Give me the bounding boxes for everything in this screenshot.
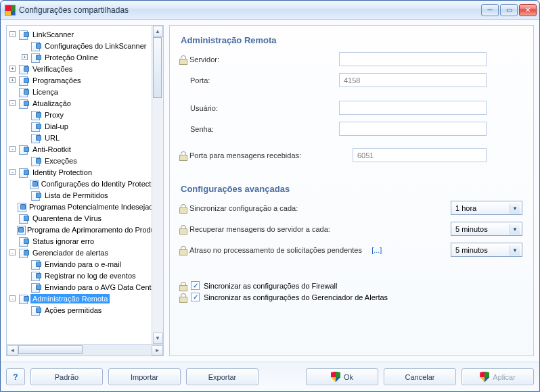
collapse-toggle[interactable]: - <box>9 146 16 152</box>
tree-item[interactable]: -Gerenciador de alertas <box>7 247 163 258</box>
help-button[interactable]: ? <box>6 368 25 385</box>
expand-toggle[interactable]: + <box>9 66 16 72</box>
page-icon <box>30 53 41 62</box>
tree-item[interactable]: Quarentena de Vírus <box>7 212 163 224</box>
tree-item[interactable]: -Identity Protection <box>7 166 163 178</box>
collapse-toggle[interactable]: - <box>9 169 16 175</box>
lock-icon <box>179 246 187 254</box>
tree-item[interactable]: Ações permitidas <box>7 304 163 316</box>
chevron-down-icon: ▼ <box>510 224 520 235</box>
expand-toggle[interactable]: + <box>9 77 16 83</box>
cancel-button[interactable]: Cancelar <box>384 368 456 385</box>
window: Configurações compartilhadas ─ ▭ ✕ -Link… <box>0 0 540 392</box>
tree-item[interactable]: -Administração Remota <box>7 293 163 304</box>
page-icon <box>18 237 29 246</box>
tree-item-label: Status ignorar erro <box>30 237 96 246</box>
tree-item-label: Atualização <box>30 99 73 108</box>
retrieve-combo[interactable]: 5 minutos▼ <box>451 222 522 236</box>
tree-item[interactable]: Status ignorar erro <box>7 235 163 247</box>
titlebar[interactable]: Configurações compartilhadas ─ ▭ ✕ <box>1 1 539 20</box>
collapse-toggle[interactable]: - <box>9 295 16 301</box>
scroll-right-button[interactable]: ► <box>152 345 163 356</box>
tree-item[interactable]: Programas Potencialmente Indesejados <box>7 201 163 212</box>
scroll-down-button[interactable]: ▼ <box>153 333 163 344</box>
tree-item[interactable]: Configurações do Identity Protection <box>7 178 163 189</box>
tree-item[interactable]: +Programações <box>7 74 163 86</box>
tree-item-label: URL <box>43 133 62 143</box>
retrieve-label: Recuperar mensagens do servidor a cada: <box>189 225 330 233</box>
tree-item[interactable]: Configurações do LinkScanner <box>7 40 163 51</box>
page-icon <box>18 64 29 74</box>
tree-item-label: Programa de Aprimoramento do Produto <box>25 225 163 235</box>
page-icon <box>18 145 29 154</box>
tree-item[interactable]: -Anti-Rootkit <box>7 143 163 155</box>
export-button[interactable]: Exportar <box>186 368 258 385</box>
tree-item[interactable]: -Atualização <box>7 97 163 109</box>
scroll-left-button[interactable]: ◄ <box>7 345 18 356</box>
horizontal-scrollbar[interactable]: ◄ ► <box>7 344 163 356</box>
import-button[interactable]: Importar <box>108 368 181 385</box>
chevron-down-icon: ▼ <box>510 245 520 255</box>
page-icon <box>30 156 41 166</box>
tree-item[interactable]: Enviando para o AVG Data Center <box>7 281 163 293</box>
tree-item-label: Enviando para o e-mail <box>43 260 123 269</box>
window-title: Configurações compartilhadas <box>19 5 481 15</box>
vertical-scrollbar[interactable]: ▲ ▼ <box>152 26 163 344</box>
scroll-up-button[interactable]: ▲ <box>153 26 163 37</box>
close-button[interactable]: ✕ <box>519 4 537 16</box>
port-input[interactable] <box>339 73 487 87</box>
firewall-sync-checkbox[interactable]: ✓ <box>191 281 200 290</box>
page-icon <box>30 260 41 269</box>
tree-item[interactable]: -LinkScanner <box>7 28 163 40</box>
msgport-input[interactable] <box>353 148 487 162</box>
delay-more-link[interactable]: [...] <box>372 246 382 254</box>
page-icon <box>18 168 29 177</box>
page-icon <box>30 133 41 143</box>
tree-item-label: Proteção Online <box>43 53 100 62</box>
collapse-toggle[interactable]: - <box>9 31 16 37</box>
settings-tree[interactable]: -LinkScannerConfigurações do LinkScanner… <box>7 26 163 318</box>
tree-item[interactable]: +Proteção Online <box>7 51 163 63</box>
password-input[interactable] <box>339 122 487 136</box>
maximize-button[interactable]: ▭ <box>500 4 518 16</box>
apply-button[interactable]: Aplicar <box>462 368 534 385</box>
expand-toggle[interactable]: + <box>22 54 28 60</box>
alerts-sync-checkbox[interactable]: ✓ <box>191 293 200 301</box>
toggle-blank <box>22 123 28 129</box>
tree-item[interactable]: Proxy <box>7 109 163 120</box>
tree-item[interactable]: Programa de Aprimoramento do Produto <box>7 224 163 235</box>
tree-item-label: LinkScanner <box>30 30 76 39</box>
tree-item[interactable]: Exceções <box>7 155 163 166</box>
sync-combo[interactable]: 1 hora▼ <box>451 201 522 215</box>
tree-item[interactable]: URL <box>7 132 163 143</box>
ok-button[interactable]: Ok <box>306 368 378 385</box>
toggle-blank <box>22 112 28 118</box>
minimize-button[interactable]: ─ <box>481 4 499 16</box>
tree-item[interactable]: Dial-up <box>7 120 163 132</box>
default-button[interactable]: Padrão <box>30 368 103 385</box>
toggle-blank <box>22 272 28 278</box>
scroll-thumb-h[interactable] <box>18 345 83 354</box>
lock-icon <box>179 293 187 301</box>
page-icon <box>30 122 41 131</box>
delay-label: Atraso no processamento de solicitações … <box>189 246 362 254</box>
tree-item-label: Configurações do LinkScanner <box>43 41 148 51</box>
toggle-blank <box>9 203 14 210</box>
tree-item[interactable]: Registrar no log de eventos <box>7 270 163 281</box>
user-input[interactable] <box>339 101 487 115</box>
page-icon <box>30 191 41 200</box>
tree-item-label: Gerenciador de alertas <box>30 248 110 258</box>
toggle-blank <box>9 215 16 221</box>
tree-item[interactable]: +Verificações <box>7 63 163 74</box>
collapse-toggle[interactable]: - <box>9 249 16 255</box>
tree-item[interactable]: Lista de Permitidos <box>7 189 163 201</box>
scroll-thumb[interactable] <box>153 37 162 98</box>
server-input[interactable] <box>339 52 487 66</box>
collapse-toggle[interactable]: - <box>9 100 16 106</box>
tree-item[interactable]: Licença <box>7 86 163 97</box>
delay-combo[interactable]: 5 minutos▼ <box>451 243 522 257</box>
chevron-down-icon: ▼ <box>510 203 520 214</box>
toggle-blank <box>22 157 28 164</box>
tree-item[interactable]: Enviando para o e-mail <box>7 258 163 270</box>
tree-item-label: Programações <box>30 76 83 85</box>
